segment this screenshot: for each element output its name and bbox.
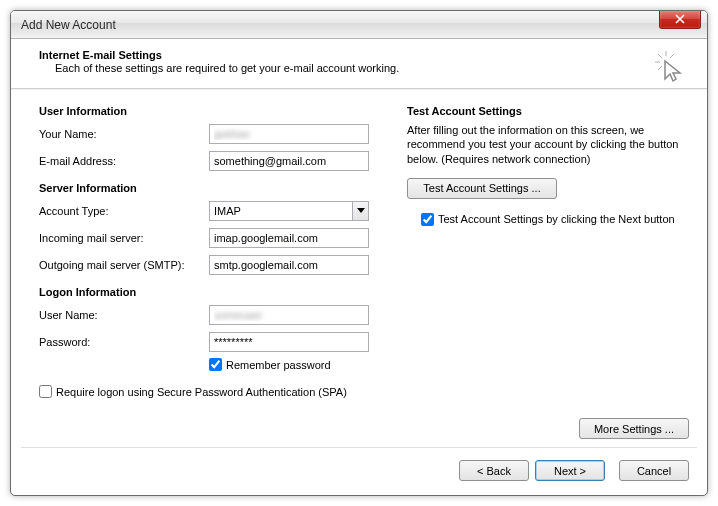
test-on-next-checkbox[interactable] <box>421 213 434 226</box>
test-on-next-label: Test Account Settings by clicking the Ne… <box>438 213 675 225</box>
spa-checkbox[interactable] <box>39 385 52 398</box>
cancel-button[interactable]: Cancel <box>619 460 689 481</box>
row-user-name: User Name: <box>39 304 399 326</box>
spa-label: Require logon using Secure Password Auth… <box>56 386 347 398</box>
left-column: User Information Your Name: E-mail Addre… <box>39 101 399 418</box>
more-settings-row: More Settings ... <box>11 418 707 447</box>
test-account-button[interactable]: Test Account Settings ... <box>407 178 557 199</box>
account-type-value: IMAP <box>214 205 241 217</box>
outgoing-input[interactable] <box>209 255 369 275</box>
row-incoming: Incoming mail server: <box>39 227 399 249</box>
dialog-header: Internet E-mail Settings Each of these s… <box>11 39 707 89</box>
svg-line-2 <box>658 54 662 58</box>
remember-password-checkbox[interactable] <box>209 358 222 371</box>
email-input[interactable] <box>209 151 369 171</box>
password-input[interactable] <box>209 332 369 352</box>
header-subtitle: Each of these settings are required to g… <box>55 62 691 74</box>
dialog-body: User Information Your Name: E-mail Addre… <box>11 89 707 418</box>
next-button[interactable]: Next > <box>535 460 605 481</box>
titlebar: Add New Account <box>11 11 707 39</box>
cursor-icon <box>653 49 689 87</box>
label-user-name: User Name: <box>39 309 209 321</box>
svg-line-3 <box>670 54 674 58</box>
section-user-info: User Information <box>39 105 399 117</box>
label-outgoing: Outgoing mail server (SMTP): <box>39 259 209 271</box>
close-button[interactable] <box>659 11 701 29</box>
account-type-combo[interactable]: IMAP <box>209 201 369 221</box>
dialog-footer: < Back Next > Cancel <box>11 448 707 495</box>
dialog-body-wrap: User Information Your Name: E-mail Addre… <box>11 89 707 495</box>
incoming-input[interactable] <box>209 228 369 248</box>
svg-line-4 <box>658 66 662 70</box>
user-name-input[interactable] <box>209 305 369 325</box>
row-spa: Require logon using Secure Password Auth… <box>39 385 399 398</box>
back-button[interactable]: < Back <box>459 460 529 481</box>
test-description: After filling out the information on thi… <box>407 123 689 166</box>
section-test: Test Account Settings <box>407 105 689 117</box>
remember-password-label: Remember password <box>226 359 331 371</box>
row-outgoing: Outgoing mail server (SMTP): <box>39 254 399 276</box>
label-your-name: Your Name: <box>39 128 209 140</box>
row-test-on-next: Test Account Settings by clicking the Ne… <box>421 213 689 226</box>
section-server-info: Server Information <box>39 182 399 194</box>
header-title: Internet E-mail Settings <box>39 49 691 61</box>
chevron-down-icon <box>352 202 368 220</box>
window-title: Add New Account <box>21 18 116 32</box>
label-password: Password: <box>39 336 209 348</box>
right-column: Test Account Settings After filling out … <box>399 101 689 418</box>
close-icon <box>675 14 685 24</box>
row-your-name: Your Name: <box>39 123 399 145</box>
row-remember-password: Remember password <box>209 358 399 371</box>
dialog-window: Add New Account Internet E-mail Settings… <box>10 10 708 496</box>
your-name-input[interactable] <box>209 124 369 144</box>
label-account-type: Account Type: <box>39 205 209 217</box>
label-incoming: Incoming mail server: <box>39 232 209 244</box>
row-account-type: Account Type: IMAP <box>39 200 399 222</box>
more-settings-button[interactable]: More Settings ... <box>579 418 689 439</box>
label-email: E-mail Address: <box>39 155 209 167</box>
row-password: Password: <box>39 331 399 353</box>
section-logon-info: Logon Information <box>39 286 399 298</box>
row-email: E-mail Address: <box>39 150 399 172</box>
